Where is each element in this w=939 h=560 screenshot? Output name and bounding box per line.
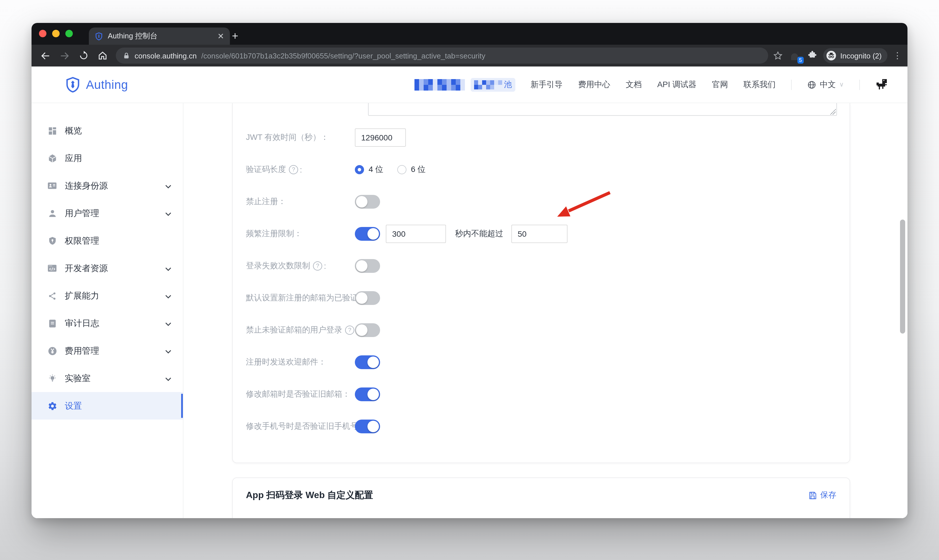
share-nodes-icon bbox=[47, 291, 57, 301]
radio-6-digits[interactable] bbox=[397, 165, 406, 174]
extension-icon[interactable]: 5 bbox=[788, 49, 801, 62]
authing-shield-icon bbox=[64, 76, 82, 93]
sidebar-item-applications[interactable]: 应用 bbox=[32, 145, 183, 172]
chevron-down-icon bbox=[165, 263, 171, 274]
zoom-window-button[interactable] bbox=[65, 30, 73, 37]
form-row-verify-old-email: 修改邮箱时是否验证旧邮箱： bbox=[233, 378, 850, 411]
nav-onboarding[interactable]: 新手引导 bbox=[531, 79, 563, 90]
form-row-frequent-registration-limit: 频繁注册限制： 秒内不能超过 bbox=[233, 218, 850, 250]
textarea-field[interactable] bbox=[368, 103, 837, 116]
form-row-login-failure-limit: 登录失败次数限制: bbox=[233, 250, 850, 282]
help-icon[interactable] bbox=[345, 326, 354, 335]
tab-close-icon[interactable]: ✕ bbox=[217, 32, 224, 41]
dino-icon[interactable] bbox=[875, 78, 888, 91]
nav-api-debugger[interactable]: API 调试器 bbox=[657, 79, 696, 90]
home-icon[interactable] bbox=[95, 48, 110, 63]
console-header: Authing 池 新手引导 费用中心 文档 bbox=[32, 66, 907, 103]
resize-grip-icon[interactable] bbox=[830, 109, 836, 115]
nav-official-site[interactable]: 官网 bbox=[712, 79, 728, 90]
settings-content: JWT 有效时间（秒）： 验证码长度: 4 位 bbox=[183, 103, 907, 518]
limit-seconds-input[interactable] bbox=[386, 225, 446, 243]
chevron-down-icon bbox=[165, 346, 171, 356]
sidebar-item-settings[interactable]: 设置 bbox=[32, 392, 183, 420]
extensions-puzzle-icon[interactable] bbox=[807, 51, 817, 61]
verify-old-email-toggle[interactable] bbox=[355, 388, 380, 401]
browser-menu-icon[interactable]: ⋮ bbox=[893, 53, 902, 58]
sidebar-item-audit-logs[interactable]: 审计日志 bbox=[32, 309, 183, 337]
sidebar-item-labs[interactable]: 实验室 bbox=[32, 365, 183, 392]
back-icon[interactable] bbox=[38, 48, 53, 63]
nav-billing-center[interactable]: 费用中心 bbox=[578, 79, 610, 90]
url-path: /console/601b707b1a3c2b35b9f00655/settin… bbox=[201, 51, 761, 60]
form-row-jwt-ttl: JWT 有效时间（秒）： bbox=[233, 122, 850, 154]
field-label: 修改邮箱时是否验证旧邮箱： bbox=[233, 389, 355, 400]
verify-old-phone-toggle[interactable] bbox=[355, 420, 380, 433]
new-tab-button[interactable]: + bbox=[228, 29, 243, 43]
sidebar-item-overview[interactable]: 概览 bbox=[32, 117, 183, 145]
close-window-button[interactable] bbox=[39, 30, 46, 37]
sidebar-item-identity-sources[interactable]: 连接身份源 bbox=[32, 172, 183, 200]
toolbar-right: 5 Incognito (2) ⋮ bbox=[773, 48, 907, 63]
default-email-verified-toggle[interactable] bbox=[355, 291, 380, 305]
browser-toolbar: console.authing.cn/console/601b707b1a3c2… bbox=[32, 45, 907, 66]
tab-title: Authing 控制台 bbox=[108, 31, 213, 41]
lightbulb-icon bbox=[47, 373, 57, 383]
authing-logo[interactable]: Authing bbox=[64, 76, 128, 93]
chevron-down-icon: ∨ bbox=[839, 81, 844, 88]
help-icon[interactable] bbox=[289, 165, 298, 174]
shield-icon bbox=[47, 235, 57, 246]
nav-docs[interactable]: 文档 bbox=[626, 79, 642, 90]
address-bar[interactable]: console.authing.cn/console/601b707b1a3c2… bbox=[116, 48, 768, 64]
form-row-forbid-unverified-email-login: 禁止未验证邮箱的用户登录: bbox=[233, 314, 850, 346]
page-scrollbar-thumb[interactable] bbox=[900, 220, 905, 334]
field-label: 禁止注册： bbox=[233, 197, 355, 207]
welcome-email-toggle[interactable] bbox=[355, 355, 380, 369]
page-body: 概览 应用 连接身份源 bbox=[32, 103, 907, 518]
sidebar-item-extensions[interactable]: 扩展能力 bbox=[32, 282, 183, 309]
browser-window: Authing 控制台 ✕ + bbox=[32, 23, 907, 518]
save-button[interactable]: 保存 bbox=[808, 490, 836, 500]
sidebar-item-developer-resources[interactable]: 开发者资源 bbox=[32, 254, 183, 282]
sidebar-item-billing-management[interactable]: 费用管理 bbox=[32, 337, 183, 365]
minimize-window-button[interactable] bbox=[52, 30, 60, 37]
header-nav: 新手引导 费用中心 文档 API 调试器 官网 联系我们 中文 ∨ bbox=[531, 78, 907, 91]
limit-count-input[interactable] bbox=[511, 225, 568, 243]
jwt-ttl-input[interactable] bbox=[355, 128, 406, 147]
reload-icon[interactable] bbox=[77, 48, 91, 63]
bookmark-star-icon[interactable] bbox=[773, 51, 783, 61]
browser-tab[interactable]: Authing 控制台 ✕ bbox=[89, 28, 230, 45]
forward-icon[interactable] bbox=[57, 48, 72, 63]
lock-icon bbox=[123, 52, 130, 59]
console-page: Authing 池 新手引导 费用中心 文档 bbox=[32, 66, 907, 518]
document-icon bbox=[47, 318, 57, 328]
nav-contact-us[interactable]: 联系我们 bbox=[744, 79, 776, 90]
language-label: 中文 bbox=[820, 79, 836, 90]
security-settings-card: JWT 有效时间（秒）： 验证码长度: 4 位 bbox=[232, 103, 850, 463]
incognito-badge[interactable]: Incognito (2) bbox=[823, 48, 887, 63]
user-icon bbox=[47, 208, 57, 218]
settings-rows: JWT 有效时间（秒）： 验证码长度: 4 位 bbox=[233, 122, 850, 443]
language-switcher[interactable]: 中文 ∨ bbox=[807, 79, 844, 90]
tab-strip: Authing 控制台 ✕ + bbox=[32, 23, 907, 45]
radio-label[interactable]: 4 位 bbox=[369, 165, 383, 175]
radio-4-digits[interactable] bbox=[355, 165, 364, 174]
chevron-down-icon bbox=[165, 180, 171, 191]
forbid-unverified-email-login-toggle[interactable] bbox=[355, 323, 380, 337]
sidebar-item-permission-management[interactable]: 权限管理 bbox=[32, 227, 183, 254]
window-controls bbox=[39, 30, 73, 37]
sidebar-item-user-management[interactable]: 用户管理 bbox=[32, 200, 183, 227]
pool-name-pill[interactable]: 池 bbox=[471, 78, 516, 91]
help-icon[interactable] bbox=[313, 262, 322, 271]
login-failure-limit-toggle[interactable] bbox=[355, 259, 380, 273]
radio-label[interactable]: 6 位 bbox=[411, 165, 425, 175]
pixelated-text-block bbox=[414, 79, 465, 90]
chevron-down-icon bbox=[165, 291, 171, 301]
chevron-down-icon bbox=[165, 373, 171, 383]
url-host: console.authing.cn bbox=[135, 51, 197, 60]
frequent-registration-toggle[interactable] bbox=[355, 227, 380, 241]
save-floppy-icon bbox=[808, 491, 817, 500]
code-window-icon bbox=[47, 263, 57, 274]
desktop: Authing 控制台 ✕ + bbox=[0, 0, 939, 560]
disable-registration-toggle[interactable] bbox=[355, 195, 380, 209]
chevron-down-icon bbox=[165, 208, 171, 218]
